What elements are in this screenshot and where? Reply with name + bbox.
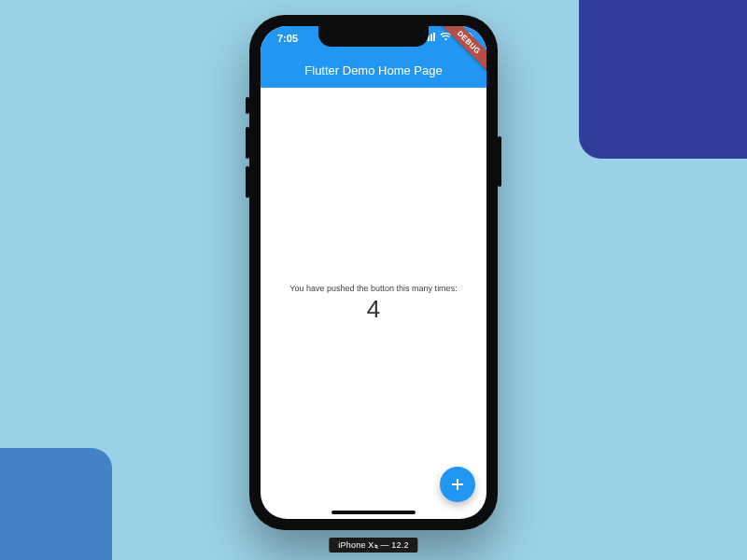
device-label-suffix: — 12.2 xyxy=(378,540,409,550)
app-bar: Flutter Demo Home Page xyxy=(261,52,486,88)
phone-mute-switch xyxy=(246,97,249,114)
phone-mockup: DEBUG 7:05 xyxy=(249,15,498,530)
plus-icon xyxy=(450,477,465,492)
counter-message: You have pushed the button this many tim… xyxy=(289,284,457,293)
svg-rect-3 xyxy=(430,35,432,42)
phone-notch xyxy=(318,26,429,47)
home-indicator xyxy=(331,511,416,514)
device-label: iPhone Xʀ — 12.2 xyxy=(329,538,417,553)
counter-value: 4 xyxy=(367,295,380,324)
phone-power-button xyxy=(498,136,501,187)
svg-rect-4 xyxy=(433,33,435,41)
status-time: 7:05 xyxy=(277,33,298,44)
phone-volume-up xyxy=(246,127,249,159)
decorative-shape-bottom-left xyxy=(0,448,112,560)
phone-volume-down xyxy=(246,166,249,198)
increment-fab[interactable] xyxy=(440,467,475,502)
svg-rect-9 xyxy=(452,483,463,485)
device-label-prefix: iPhone X xyxy=(338,540,374,550)
app-bar-title: Flutter Demo Home Page xyxy=(304,63,442,77)
phone-screen: DEBUG 7:05 xyxy=(261,26,486,519)
content-area: You have pushed the button this many tim… xyxy=(261,88,486,519)
decorative-shape-top-right xyxy=(579,0,747,159)
